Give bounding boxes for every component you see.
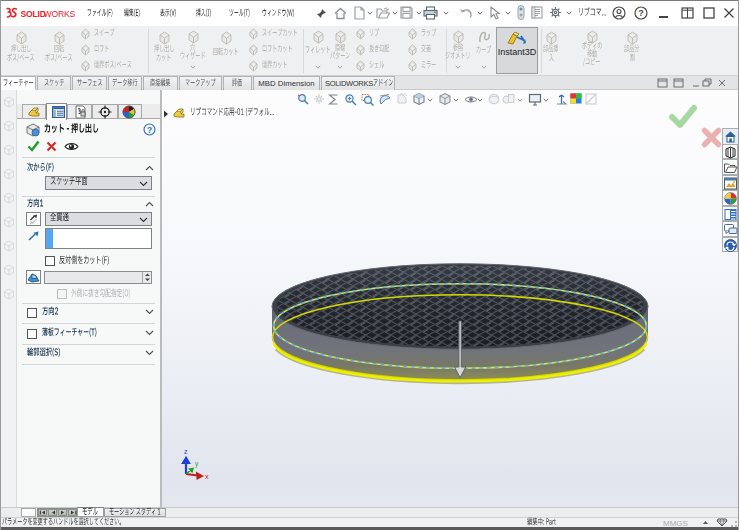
- svg-text:SOLID: SOLID: [21, 9, 46, 19]
- svg-text:y: y: [195, 460, 199, 468]
- svg-text:x: x: [205, 473, 209, 480]
- svg-text:z: z: [184, 448, 188, 455]
- svg-text:WORKS: WORKS: [44, 9, 76, 19]
- svg-text:?: ?: [147, 125, 152, 135]
- svg-text:?: ?: [638, 8, 644, 18]
